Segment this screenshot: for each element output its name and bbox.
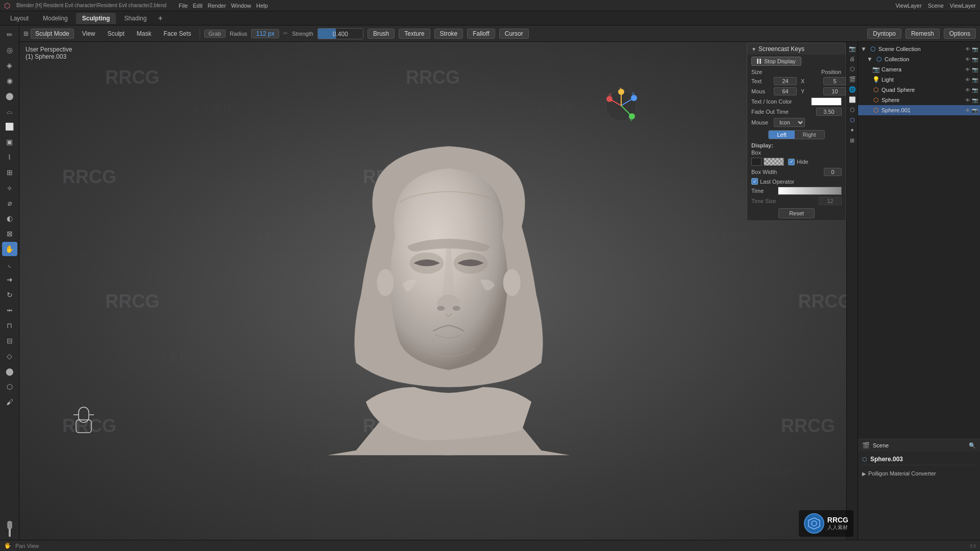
tool-cloth[interactable]: ⊟ [2, 334, 17, 348]
object-name-field[interactable]: Sphere.003 [870, 456, 903, 463]
tool-draw-facesets[interactable]: ⬡ [2, 380, 17, 394]
text-size-input[interactable] [774, 77, 797, 85]
tool-crease[interactable]: ⌓ [2, 104, 17, 118]
texture-btn[interactable]: Texture [399, 29, 430, 39]
tab-add[interactable]: + [155, 14, 165, 23]
tool-elastic[interactable]: ⟡ [2, 181, 17, 195]
cam-vis-icon[interactable]: 📷 [972, 46, 978, 52]
scene-collection-row[interactable]: ▼ ⬡ Scene Collection 👁 📷 [858, 44, 980, 54]
rt-particles-icon[interactable]: ✦ [848, 126, 857, 135]
eye-vis-icon[interactable]: 👁 [965, 46, 971, 52]
sph-eye-icon[interactable]: 👁 [965, 97, 971, 103]
fade-out-time-input[interactable] [816, 108, 842, 116]
coll-eye-icon[interactable]: 👁 [965, 57, 971, 62]
screencast-collapse-icon[interactable]: ▼ [751, 46, 756, 52]
falloff-btn[interactable]: Falloff [467, 29, 495, 39]
tool-flatten[interactable]: ⬜ [2, 119, 17, 134]
tool-rotate[interactable]: ↻ [2, 288, 17, 302]
y-input[interactable] [823, 87, 846, 95]
tool-snake-hook[interactable]: ⌀ [2, 196, 17, 210]
light-render-icon[interactable]: 📷 [972, 77, 978, 83]
sphere-row[interactable]: ⬡ Sphere 👁 📷 [858, 95, 980, 105]
camera-row[interactable]: 📷 Camera 👁 📷 [858, 64, 980, 74]
menu-window[interactable]: Window [229, 2, 253, 10]
header-sculpt[interactable]: Sculpt [104, 29, 129, 38]
menu-file[interactable]: File [177, 2, 190, 10]
radius-input[interactable]: 112 px [251, 29, 279, 38]
dyntopo-btn[interactable]: Dyntopo [867, 29, 901, 39]
x-input[interactable] [823, 77, 846, 85]
tool-draw[interactable]: ✏ [2, 28, 17, 42]
tool-nudge[interactable]: ➜ [2, 272, 17, 287]
mouse-size-input[interactable] [774, 87, 797, 95]
box-width-input[interactable] [824, 168, 842, 176]
rt-material-icon[interactable]: ⬡ [848, 115, 857, 124]
rt-object-icon[interactable]: ⬜ [848, 95, 857, 104]
tool-boundary[interactable]: ⊓ [2, 318, 17, 333]
collection-row[interactable]: ▼ ⬡ Collection 👁 📷 [858, 54, 980, 64]
coll-render-icon[interactable]: 📷 [972, 57, 978, 62]
tool-mask[interactable]: ⬤ [2, 364, 17, 379]
strength-bar[interactable]: 0.400 [317, 28, 363, 39]
stroke-btn[interactable]: Stroke [434, 29, 463, 39]
quad-sphere-row[interactable]: ⬡ Quad Sphere 👁 📷 [858, 85, 980, 95]
last-operator-checkbox[interactable]: ✓ [751, 178, 758, 185]
tool-thumb[interactable]: ◐ [2, 211, 17, 226]
brush-btn[interactable]: Brush [368, 29, 395, 39]
rt-world-icon[interactable]: 🌐 [848, 85, 857, 94]
options-btn[interactable]: Options [944, 29, 976, 39]
rt-view-layer-icon[interactable]: ⬡ [848, 64, 857, 73]
tool-blob[interactable]: ⬤ [2, 89, 17, 103]
tool-grab[interactable]: ✋ [2, 242, 17, 256]
left-btn[interactable]: Left [769, 131, 794, 139]
tool-multires[interactable]: ⊞ [2, 165, 17, 180]
tab-shading[interactable]: Shading [118, 13, 153, 24]
mouse-type-select[interactable]: Icon Box None [774, 118, 805, 127]
polligon-converter-row[interactable]: ▶ Polligon Material Converter [862, 469, 976, 478]
qs-render-icon[interactable]: 📷 [972, 87, 978, 93]
tool-smooth[interactable]: ◎ [2, 43, 17, 57]
sph-render-icon[interactable]: 📷 [972, 97, 978, 103]
stop-display-btn[interactable]: Stop Display [751, 57, 801, 66]
rt-physics-icon[interactable]: ⊞ [848, 136, 857, 145]
tool-fill[interactable]: ▣ [2, 135, 17, 149]
menu-render[interactable]: Render [206, 2, 228, 10]
header-mask[interactable]: Mask [133, 29, 156, 38]
menu-help[interactable]: Help [254, 2, 270, 10]
sphere001-row[interactable]: ⬡ Sphere.001 👁 📷 [858, 105, 980, 115]
tool-inflate[interactable]: ◉ [2, 73, 17, 88]
blender-logo[interactable]: ⬡ [4, 2, 10, 10]
props-header-search[interactable]: 🔍 [969, 442, 976, 449]
header-view[interactable]: View [78, 29, 100, 38]
rt-output-icon[interactable]: 🖨 [848, 54, 857, 63]
cam-render-icon[interactable]: 📷 [972, 67, 978, 72]
tool-annotate[interactable] [2, 523, 17, 538]
text-icon-color-preview[interactable] [811, 97, 842, 106]
tool-simplify[interactable]: ◇ [2, 349, 17, 363]
rt-render-icon[interactable]: 📷 [848, 44, 857, 53]
cam-eye-icon[interactable]: 👁 [965, 67, 971, 72]
remesh-btn[interactable]: Remesh [905, 29, 940, 39]
header-face-sets[interactable]: Face Sets [160, 29, 195, 38]
light-row[interactable]: 💡 Light 👁 📷 [858, 74, 980, 85]
tab-layout[interactable]: Layout [4, 13, 35, 24]
tool-elastic-grab[interactable]: ◟ [2, 257, 17, 271]
tool-pose[interactable]: ⊠ [2, 227, 17, 241]
qs-eye-icon[interactable]: 👁 [965, 87, 971, 93]
menu-edit[interactable]: Edit [191, 2, 205, 10]
time-color-picker[interactable] [778, 187, 842, 195]
box-color-black[interactable] [751, 158, 762, 166]
tab-modeling[interactable]: Modeling [37, 13, 74, 24]
rt-mesh-icon[interactable]: ⬡ [848, 105, 857, 114]
light-eye-icon[interactable]: 👁 [965, 77, 971, 83]
hide-checkbox[interactable]: ✓ [788, 159, 795, 165]
time-size-input[interactable] [819, 197, 842, 205]
right-btn[interactable]: Right [795, 131, 824, 139]
sculpt-mode-select[interactable]: Sculpt Mode [31, 29, 74, 39]
tool-slide-relax[interactable]: ⥈ [2, 303, 17, 317]
tool-paint[interactable]: 🖌 [2, 395, 17, 409]
s001-eye-icon[interactable]: 👁 [965, 108, 971, 113]
tab-sculpting[interactable]: Sculpting [76, 13, 116, 24]
tool-scrape[interactable]: ⌇ [2, 150, 17, 164]
box-color-checker[interactable] [764, 158, 784, 166]
